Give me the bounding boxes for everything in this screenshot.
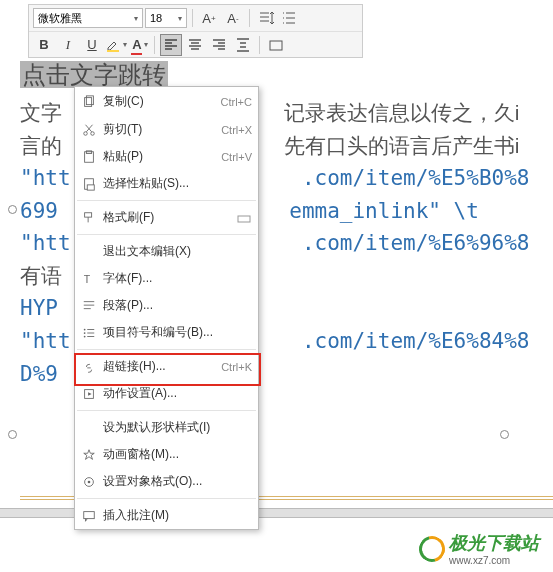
- url-fragment: "htt: [20, 329, 71, 353]
- menu-label: 格式刷(F): [99, 209, 236, 226]
- animation-icon: [79, 448, 99, 462]
- menu-font[interactable]: T 字体(F)...: [75, 265, 258, 292]
- svg-point-18: [88, 480, 91, 483]
- align-right-button[interactable]: [208, 34, 230, 56]
- menu-paste[interactable]: 粘贴(P) Ctrl+V: [75, 143, 258, 170]
- menu-label: 段落(P)...: [99, 297, 252, 314]
- url-fragment: HYP: [20, 296, 58, 320]
- menu-label: 字体(F)...: [99, 270, 252, 287]
- menu-action-settings[interactable]: 动作设置(A)...: [75, 380, 258, 407]
- highlighted-link-text[interactable]: 点击文字跳转: [20, 61, 168, 88]
- menu-paragraph[interactable]: 段落(P)...: [75, 292, 258, 319]
- font-size-value: 18: [150, 12, 162, 24]
- font-icon: T: [79, 272, 99, 286]
- paste-icon: [79, 150, 99, 164]
- menu-shortcut: Ctrl+C: [221, 96, 252, 108]
- hyperlink-icon: [79, 360, 99, 374]
- menu-hyperlink[interactable]: 超链接(H)... Ctrl+K: [75, 353, 258, 380]
- svg-point-5: [91, 131, 95, 135]
- url-fragment: .com/item/%E6%96%8: [302, 231, 530, 255]
- underline-button[interactable]: U: [81, 34, 103, 56]
- menu-label: 剪切(T): [99, 121, 221, 138]
- selection-handle[interactable]: [500, 430, 509, 439]
- font-size-select[interactable]: 18 ▾: [145, 8, 187, 28]
- cut-icon: [79, 123, 99, 137]
- menu-shortcut: Ctrl+V: [221, 151, 252, 163]
- svg-rect-19: [84, 511, 95, 518]
- menu-label: 设为默认形状样式(I): [99, 419, 252, 436]
- menu-bullets-numbering[interactable]: 项目符号和编号(B)...: [75, 319, 258, 346]
- menu-label: 超链接(H)...: [99, 358, 221, 375]
- formatting-toolbar: 微软雅黑 ▾ 18 ▾ A+ A- B I U ▾ A▾: [28, 4, 363, 58]
- url-fragment: .com/item/%E6%84%8: [302, 329, 530, 353]
- svg-rect-9: [87, 184, 94, 189]
- align-center-button[interactable]: [184, 34, 206, 56]
- font-family-select[interactable]: 微软雅黑 ▾: [33, 8, 143, 28]
- menu-label: 选择性粘贴(S)...: [99, 175, 252, 192]
- menu-insert-comment[interactable]: 插入批注(M): [75, 502, 258, 529]
- url-fragment: 699: [20, 199, 58, 223]
- swirl-icon: [414, 531, 450, 567]
- list-spacing-button[interactable]: [279, 7, 301, 29]
- svg-rect-11: [238, 216, 250, 222]
- paragraph-icon: [79, 299, 99, 313]
- italic-button[interactable]: I: [57, 34, 79, 56]
- url-fragment: "htt: [20, 166, 71, 190]
- svg-point-13: [84, 328, 86, 330]
- format-object-icon: [79, 475, 99, 489]
- highlight-color-button[interactable]: ▾: [105, 34, 127, 56]
- svg-text:T: T: [84, 272, 91, 284]
- url-fragment: .com/item/%E5%B0%8: [302, 166, 530, 190]
- vertical-align-button[interactable]: [232, 34, 254, 56]
- text-fragment: 文字: [20, 101, 62, 124]
- decrease-font-button[interactable]: A-: [222, 7, 244, 29]
- url-fragment: "htt: [20, 231, 71, 255]
- comment-icon: [79, 509, 99, 523]
- bold-button[interactable]: B: [33, 34, 55, 56]
- menu-label: 项目符号和编号(B)...: [99, 324, 252, 341]
- menu-animation-pane[interactable]: 动画窗格(M)...: [75, 441, 258, 468]
- svg-point-14: [84, 332, 86, 334]
- toolbar-row-2: B I U ▾ A▾: [29, 31, 362, 57]
- menu-label: 动画窗格(M)...: [99, 446, 252, 463]
- shape-outline-button[interactable]: [265, 34, 287, 56]
- selection-handle[interactable]: [8, 430, 17, 439]
- url-fragment: emma_inlink" \t: [289, 199, 479, 223]
- svg-rect-10: [85, 212, 92, 216]
- menu-format-object[interactable]: 设置对象格式(O)...: [75, 468, 258, 495]
- svg-rect-1: [270, 41, 282, 50]
- context-menu: 复制(C) Ctrl+C 剪切(T) Ctrl+X 粘贴(P) Ctrl+V 选…: [74, 86, 259, 530]
- format-painter-side-icon: [236, 210, 252, 226]
- watermark-logo: 极光下载站 www.xz7.com: [419, 531, 539, 566]
- brand-url: www.xz7.com: [449, 555, 539, 566]
- menu-format-painter[interactable]: 格式刷(F): [75, 204, 258, 231]
- format-painter-icon: [79, 211, 99, 225]
- line-spacing-button[interactable]: [255, 7, 277, 29]
- copy-icon: [79, 95, 99, 109]
- bullets-icon: [79, 326, 99, 340]
- menu-exit-text-edit[interactable]: 退出文本编辑(X): [75, 238, 258, 265]
- menu-default-shape-style[interactable]: 设为默认形状样式(I): [75, 414, 258, 441]
- menu-label: 设置对象格式(O)...: [99, 473, 252, 490]
- text-fragment: 有语: [20, 264, 62, 287]
- action-settings-icon: [79, 387, 99, 401]
- selection-handle[interactable]: [8, 205, 17, 214]
- increase-font-button[interactable]: A+: [198, 7, 220, 29]
- brand-name: 极光下载站: [449, 531, 539, 555]
- menu-copy[interactable]: 复制(C) Ctrl+C: [75, 87, 258, 116]
- menu-label: 复制(C): [99, 93, 221, 110]
- align-left-button[interactable]: [160, 34, 182, 56]
- text-fragment: 言的: [20, 134, 62, 157]
- svg-point-15: [84, 335, 86, 337]
- menu-paste-special[interactable]: 选择性粘贴(S)...: [75, 170, 258, 197]
- svg-rect-0: [107, 50, 119, 52]
- chevron-down-icon: ▾: [178, 14, 182, 23]
- menu-cut[interactable]: 剪切(T) Ctrl+X: [75, 116, 258, 143]
- menu-label: 退出文本编辑(X): [99, 243, 252, 260]
- url-fragment: D%9: [20, 362, 58, 386]
- svg-point-4: [84, 131, 88, 135]
- font-family-value: 微软雅黑: [38, 11, 82, 26]
- menu-label: 粘贴(P): [99, 148, 221, 165]
- menu-label: 动作设置(A)...: [99, 385, 252, 402]
- toolbar-row-1: 微软雅黑 ▾ 18 ▾ A+ A-: [29, 5, 362, 31]
